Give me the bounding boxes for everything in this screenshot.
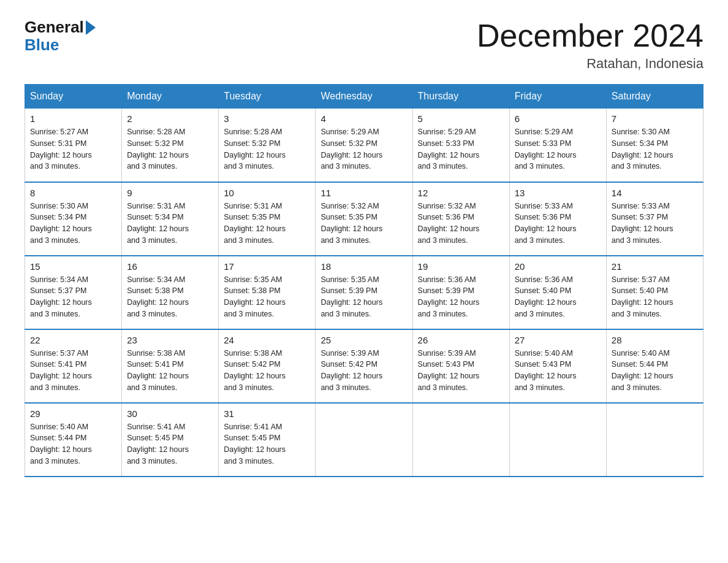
- calendar-week-row: 29Sunrise: 5:40 AMSunset: 5:44 PMDayligh…: [25, 403, 703, 477]
- day-number: 31: [224, 408, 310, 419]
- table-row: [509, 403, 606, 477]
- day-info: Sunrise: 5:36 AMSunset: 5:40 PMDaylight:…: [515, 274, 601, 320]
- day-number: 21: [612, 261, 698, 272]
- table-row: 8Sunrise: 5:30 AMSunset: 5:34 PMDaylight…: [25, 182, 122, 256]
- day-number: 16: [127, 261, 213, 272]
- day-info: Sunrise: 5:28 AMSunset: 5:32 PMDaylight:…: [224, 126, 310, 172]
- day-number: 7: [612, 113, 698, 124]
- day-info: Sunrise: 5:41 AMSunset: 5:45 PMDaylight:…: [224, 421, 310, 467]
- table-row: 11Sunrise: 5:32 AMSunset: 5:35 PMDayligh…: [316, 182, 412, 256]
- table-row: 17Sunrise: 5:35 AMSunset: 5:38 PMDayligh…: [219, 256, 316, 329]
- title-section: December 2024 Ratahan, Indonesia: [477, 18, 703, 72]
- day-info: Sunrise: 5:30 AMSunset: 5:34 PMDaylight:…: [612, 126, 698, 172]
- day-info: Sunrise: 5:32 AMSunset: 5:35 PMDaylight:…: [320, 201, 407, 247]
- calendar-week-row: 22Sunrise: 5:37 AMSunset: 5:41 PMDayligh…: [25, 329, 703, 403]
- day-number: 6: [515, 113, 601, 124]
- day-number: 19: [418, 261, 504, 272]
- table-row: 12Sunrise: 5:32 AMSunset: 5:36 PMDayligh…: [412, 182, 509, 256]
- day-number: 13: [515, 188, 601, 198]
- day-info: Sunrise: 5:39 AMSunset: 5:43 PMDaylight:…: [418, 348, 504, 394]
- calendar-week-row: 1Sunrise: 5:27 AMSunset: 5:31 PMDaylight…: [25, 109, 703, 182]
- day-info: Sunrise: 5:27 AMSunset: 5:31 PMDaylight:…: [30, 126, 116, 172]
- day-info: Sunrise: 5:37 AMSunset: 5:40 PMDaylight:…: [612, 274, 698, 320]
- logo: General Blue: [25, 18, 96, 53]
- day-info: Sunrise: 5:31 AMSunset: 5:34 PMDaylight:…: [127, 201, 213, 247]
- location-text: Ratahan, Indonesia: [477, 56, 703, 72]
- table-row: 27Sunrise: 5:40 AMSunset: 5:43 PMDayligh…: [509, 329, 606, 403]
- table-row: 6Sunrise: 5:29 AMSunset: 5:33 PMDaylight…: [509, 109, 606, 182]
- day-number: 28: [612, 335, 698, 345]
- day-number: 26: [418, 335, 504, 345]
- day-info: Sunrise: 5:38 AMSunset: 5:41 PMDaylight:…: [127, 348, 213, 394]
- calendar-week-row: 8Sunrise: 5:30 AMSunset: 5:34 PMDaylight…: [25, 182, 703, 256]
- table-row: 1Sunrise: 5:27 AMSunset: 5:31 PMDaylight…: [25, 109, 122, 182]
- table-row: 26Sunrise: 5:39 AMSunset: 5:43 PMDayligh…: [412, 329, 509, 403]
- calendar-table: Sunday Monday Tuesday Wednesday Thursday…: [25, 84, 703, 477]
- table-row: 30Sunrise: 5:41 AMSunset: 5:45 PMDayligh…: [122, 403, 219, 477]
- day-info: Sunrise: 5:37 AMSunset: 5:41 PMDaylight:…: [30, 348, 116, 394]
- day-info: Sunrise: 5:30 AMSunset: 5:34 PMDaylight:…: [30, 201, 116, 247]
- page-header: General Blue December 2024 Ratahan, Indo…: [25, 18, 703, 72]
- table-row: 28Sunrise: 5:40 AMSunset: 5:44 PMDayligh…: [606, 329, 703, 403]
- logo-general-text: General: [25, 18, 84, 36]
- calendar-header-row: Sunday Monday Tuesday Wednesday Thursday…: [25, 85, 703, 109]
- day-number: 25: [320, 335, 407, 345]
- logo-blue-text: Blue: [25, 36, 96, 54]
- table-row: [606, 403, 703, 477]
- day-info: Sunrise: 5:40 AMSunset: 5:43 PMDaylight:…: [515, 348, 601, 394]
- day-info: Sunrise: 5:29 AMSunset: 5:32 PMDaylight:…: [320, 126, 407, 172]
- col-sunday: Sunday: [25, 85, 122, 109]
- table-row: 19Sunrise: 5:36 AMSunset: 5:39 PMDayligh…: [412, 256, 509, 329]
- day-info: Sunrise: 5:41 AMSunset: 5:45 PMDaylight:…: [127, 421, 213, 467]
- day-number: 2: [127, 113, 213, 124]
- day-number: 29: [30, 408, 116, 419]
- table-row: 18Sunrise: 5:35 AMSunset: 5:39 PMDayligh…: [316, 256, 412, 329]
- day-info: Sunrise: 5:36 AMSunset: 5:39 PMDaylight:…: [418, 274, 504, 320]
- col-monday: Monday: [122, 85, 219, 109]
- day-number: 9: [127, 188, 213, 198]
- table-row: 21Sunrise: 5:37 AMSunset: 5:40 PMDayligh…: [606, 256, 703, 329]
- table-row: 5Sunrise: 5:29 AMSunset: 5:33 PMDaylight…: [412, 109, 509, 182]
- col-wednesday: Wednesday: [316, 85, 412, 109]
- day-info: Sunrise: 5:29 AMSunset: 5:33 PMDaylight:…: [418, 126, 504, 172]
- table-row: 9Sunrise: 5:31 AMSunset: 5:34 PMDaylight…: [122, 182, 219, 256]
- col-friday: Friday: [509, 85, 606, 109]
- table-row: 2Sunrise: 5:28 AMSunset: 5:32 PMDaylight…: [122, 109, 219, 182]
- day-number: 15: [30, 261, 116, 272]
- day-number: 18: [320, 261, 407, 272]
- day-number: 23: [127, 335, 213, 345]
- day-info: Sunrise: 5:39 AMSunset: 5:42 PMDaylight:…: [320, 348, 407, 394]
- table-row: 20Sunrise: 5:36 AMSunset: 5:40 PMDayligh…: [509, 256, 606, 329]
- table-row: 29Sunrise: 5:40 AMSunset: 5:44 PMDayligh…: [25, 403, 122, 477]
- day-number: 11: [320, 188, 407, 198]
- day-number: 20: [515, 261, 601, 272]
- table-row: 23Sunrise: 5:38 AMSunset: 5:41 PMDayligh…: [122, 329, 219, 403]
- table-row: 14Sunrise: 5:33 AMSunset: 5:37 PMDayligh…: [606, 182, 703, 256]
- day-number: 10: [224, 188, 310, 198]
- day-number: 27: [515, 335, 601, 345]
- col-thursday: Thursday: [412, 85, 509, 109]
- table-row: [316, 403, 412, 477]
- table-row: 22Sunrise: 5:37 AMSunset: 5:41 PMDayligh…: [25, 329, 122, 403]
- table-row: 4Sunrise: 5:29 AMSunset: 5:32 PMDaylight…: [316, 109, 412, 182]
- logo-arrow-icon: [86, 20, 96, 35]
- table-row: 3Sunrise: 5:28 AMSunset: 5:32 PMDaylight…: [219, 109, 316, 182]
- day-number: 4: [320, 113, 407, 124]
- day-number: 14: [612, 188, 698, 198]
- col-saturday: Saturday: [606, 85, 703, 109]
- day-number: 24: [224, 335, 310, 345]
- day-info: Sunrise: 5:34 AMSunset: 5:37 PMDaylight:…: [30, 274, 116, 320]
- day-number: 22: [30, 335, 116, 345]
- day-number: 17: [224, 261, 310, 272]
- day-info: Sunrise: 5:28 AMSunset: 5:32 PMDaylight:…: [127, 126, 213, 172]
- table-row: [412, 403, 509, 477]
- table-row: 25Sunrise: 5:39 AMSunset: 5:42 PMDayligh…: [316, 329, 412, 403]
- day-info: Sunrise: 5:35 AMSunset: 5:38 PMDaylight:…: [224, 274, 310, 320]
- day-info: Sunrise: 5:31 AMSunset: 5:35 PMDaylight:…: [224, 201, 310, 247]
- table-row: 24Sunrise: 5:38 AMSunset: 5:42 PMDayligh…: [219, 329, 316, 403]
- day-number: 12: [418, 188, 504, 198]
- day-number: 30: [127, 408, 213, 419]
- day-info: Sunrise: 5:33 AMSunset: 5:36 PMDaylight:…: [515, 201, 601, 247]
- day-number: 8: [30, 188, 116, 198]
- day-number: 3: [224, 113, 310, 124]
